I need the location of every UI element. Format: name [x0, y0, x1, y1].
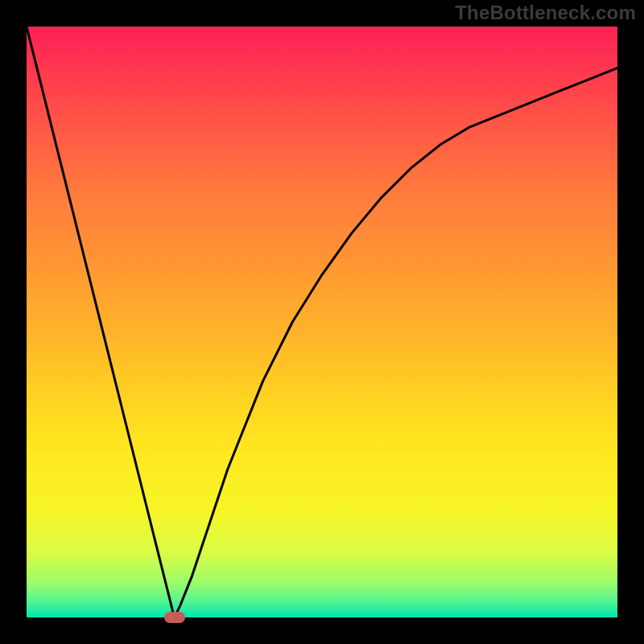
chart-frame: TheBottleneck.com — [0, 0, 644, 644]
curve-layer — [27, 27, 617, 617]
watermark-text: TheBottleneck.com — [455, 2, 636, 24]
minimum-marker — [164, 612, 185, 623]
bottleneck-curve — [27, 27, 617, 617]
